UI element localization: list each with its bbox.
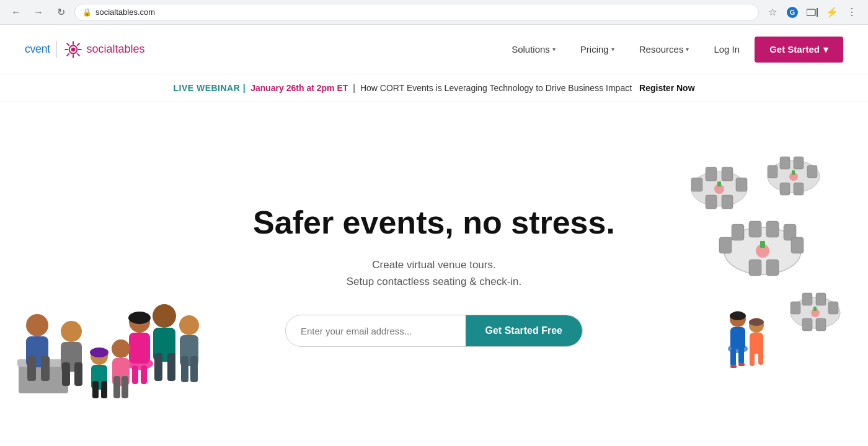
svg-rect-44 — [181, 356, 188, 382]
profile-button[interactable]: G — [784, 4, 801, 21]
forward-button[interactable]: → — [30, 4, 47, 21]
svg-rect-95 — [750, 350, 755, 366]
svg-rect-47 — [691, 178, 702, 191]
navbar: cvent socialtables Solutions ▾ — [0, 25, 868, 74]
resources-chevron: ▾ — [686, 46, 689, 53]
socialtables-logo: socialtables — [63, 40, 145, 59]
svg-rect-70 — [791, 237, 804, 253]
logo-divider — [56, 41, 57, 58]
hero-title: Safer events, no stress. — [253, 204, 615, 242]
svg-rect-2 — [807, 9, 815, 15]
svg-point-85 — [730, 312, 746, 320]
hero-content: Safer events, no stress. Create virtual … — [253, 204, 615, 347]
svg-rect-31 — [132, 365, 138, 384]
svg-rect-18 — [41, 356, 50, 381]
svg-rect-88 — [730, 349, 736, 366]
svg-rect-41 — [122, 376, 128, 398]
svg-rect-26 — [167, 353, 175, 381]
svg-point-15 — [26, 314, 48, 336]
svg-rect-60 — [780, 183, 790, 195]
svg-line-11 — [67, 54, 69, 56]
svg-rect-81 — [816, 318, 826, 331]
svg-rect-68 — [766, 221, 779, 237]
svg-rect-65 — [719, 237, 732, 253]
svg-point-93 — [749, 318, 764, 326]
svg-rect-57 — [780, 157, 790, 169]
svg-rect-21 — [62, 362, 70, 386]
svg-rect-89 — [738, 347, 744, 364]
menu-button[interactable]: ⋮ — [843, 4, 861, 21]
svg-rect-61 — [794, 183, 804, 195]
svg-rect-56 — [768, 165, 777, 178]
svg-point-34 — [90, 348, 108, 357]
left-people-illustration — [0, 152, 223, 446]
logo-link[interactable]: cvent socialtables — [25, 40, 145, 59]
get-started-free-button[interactable]: Get Started Free — [466, 315, 582, 346]
svg-rect-91 — [738, 363, 745, 366]
get-started-nav-button[interactable]: Get Started ▾ — [755, 37, 843, 63]
svg-rect-49 — [722, 167, 733, 181]
refresh-button[interactable]: ↻ — [52, 4, 69, 21]
svg-rect-90 — [730, 365, 737, 368]
banner-date: January 26th at 2pm ET — [250, 83, 348, 93]
lock-icon: 🔒 — [82, 8, 92, 17]
svg-rect-58 — [794, 157, 804, 169]
svg-rect-36 — [92, 381, 99, 398]
hero-subtitle: Create virtual venue tours. Setup contac… — [253, 256, 615, 290]
svg-rect-54 — [717, 181, 721, 186]
svg-rect-22 — [74, 362, 82, 386]
nav-resources[interactable]: Resources ▾ — [629, 39, 699, 59]
svg-rect-76 — [790, 302, 800, 314]
svg-text:G: G — [790, 9, 795, 16]
socialtables-text: socialtables — [87, 43, 145, 56]
bookmark-button[interactable]: ☆ — [764, 4, 781, 21]
svg-rect-37 — [101, 381, 107, 398]
right-table-illustration — [657, 127, 856, 387]
browser-actions: ☆ G ⚡ ⋮ — [764, 4, 861, 21]
svg-rect-79 — [828, 302, 838, 314]
svg-rect-59 — [807, 165, 817, 178]
nav-pricing[interactable]: Pricing ▾ — [570, 39, 624, 59]
svg-line-10 — [78, 43, 79, 45]
svg-rect-77 — [802, 293, 812, 305]
svg-point-38 — [112, 339, 130, 358]
svg-line-9 — [78, 54, 79, 56]
svg-rect-78 — [816, 293, 826, 305]
svg-rect-83 — [813, 307, 817, 311]
login-button[interactable]: Log In — [704, 39, 750, 59]
socialtables-icon — [63, 40, 83, 59]
svg-point-23 — [153, 304, 176, 328]
cast-button[interactable] — [804, 4, 821, 21]
url-bar[interactable]: 🔒 socialtables.com — [74, 4, 759, 21]
extensions-button[interactable]: ⚡ — [823, 4, 841, 21]
svg-point-28 — [128, 312, 151, 324]
url-text: socialtables.com — [95, 7, 155, 17]
register-now-link[interactable]: Register Now — [639, 83, 694, 93]
cvent-logo: cvent — [25, 43, 50, 56]
nav-links: Solutions ▾ Pricing ▾ Resources ▾ Log In… — [502, 37, 843, 63]
svg-rect-25 — [154, 353, 162, 381]
svg-rect-71 — [749, 260, 761, 276]
hero-section: Safer events, no stress. Create virtual … — [0, 102, 868, 446]
svg-point-12 — [71, 47, 74, 51]
browser-chrome: ← → ↻ 🔒 socialtables.com ☆ G ⚡ ⋮ — [0, 0, 868, 25]
back-button[interactable]: ← — [7, 4, 25, 21]
hero-subtitle-line1: Create virtual venue tours. — [372, 259, 495, 271]
svg-rect-74 — [760, 241, 765, 248]
svg-rect-67 — [749, 221, 761, 237]
email-input[interactable] — [286, 316, 466, 346]
svg-rect-72 — [766, 260, 779, 276]
svg-rect-51 — [706, 195, 717, 209]
svg-rect-50 — [736, 178, 747, 191]
banner-live-label: LIVE WEBINAR | — [173, 83, 246, 93]
svg-rect-45 — [190, 356, 198, 382]
nav-solutions[interactable]: Solutions ▾ — [502, 39, 565, 59]
svg-rect-52 — [722, 195, 733, 209]
svg-rect-17 — [27, 356, 36, 381]
svg-rect-80 — [802, 318, 812, 331]
svg-rect-96 — [758, 349, 763, 365]
svg-rect-32 — [141, 365, 147, 384]
svg-point-30 — [126, 357, 153, 370]
banner-description: How CORT Events is Leveraging Technology… — [360, 83, 632, 93]
announcement-banner: LIVE WEBINAR | January 26th at 2pm ET | … — [0, 74, 868, 102]
